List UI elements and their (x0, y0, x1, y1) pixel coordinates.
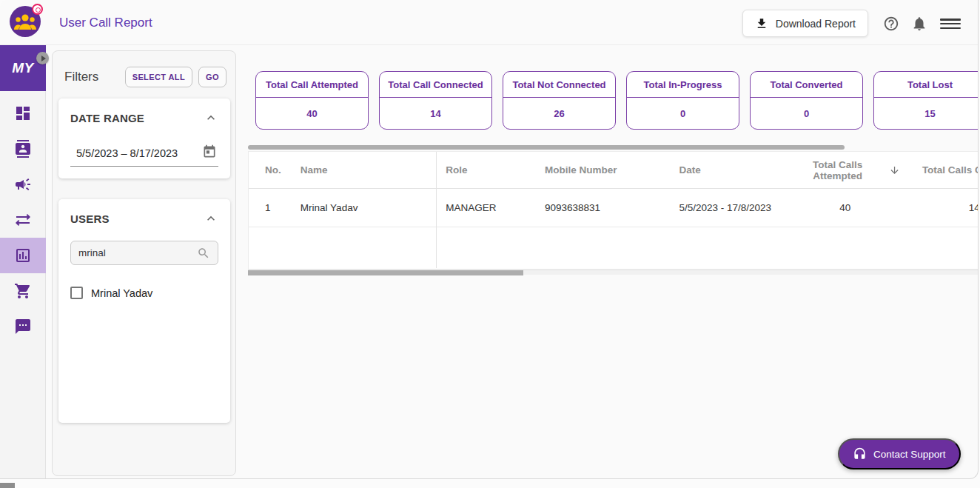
chevron-up-icon[interactable] (204, 110, 218, 125)
cell-date: 5/5/2023 - 17/8/2023 (670, 202, 790, 213)
scrollbar-thumb[interactable] (248, 270, 523, 275)
cell-role: MANAGER (435, 202, 545, 213)
col-header-name[interactable]: Name (301, 164, 435, 176)
card-label: Total Converted (751, 72, 862, 98)
summary-card-total-converted: Total Converted 0 (750, 71, 863, 130)
bar-chart-report-icon (14, 247, 32, 264)
col-header-role[interactable]: Role (435, 164, 545, 176)
users-search-input[interactable]: mrinal (70, 241, 218, 265)
contact-support-label: Contact Support (873, 449, 946, 460)
col-header-no[interactable]: No. (249, 164, 301, 176)
sort-descending-icon[interactable] (889, 164, 900, 176)
calendar-icon[interactable] (202, 144, 217, 159)
summary-card-total-call-connected: Total Call Connected 14 (379, 71, 492, 130)
date-range-label: DATE RANGE (70, 112, 204, 124)
cell-no: 1 (249, 202, 301, 213)
table-horizontal-scrollbar-bottom[interactable] (248, 270, 979, 275)
logo-badge-icon (32, 4, 43, 15)
summary-card-total-in-progress: Total In-Progress 0 (626, 71, 739, 130)
card-label: Total Call Connected (380, 72, 491, 98)
col-header-date[interactable]: Date (670, 164, 790, 176)
user-checkbox[interactable] (70, 287, 83, 299)
card-label: Total Call Attempted (256, 72, 368, 98)
card-label: Total Lost (874, 72, 979, 98)
headset-icon (853, 447, 867, 461)
cell-name: Mrinal Yadav (301, 202, 435, 213)
summary-card-total-lost: Total Lost 15 (873, 71, 979, 130)
cell-total-calls-attempted: 40 (790, 202, 901, 213)
shopping-cart-icon (14, 282, 32, 300)
dashboard-icon (14, 104, 32, 122)
sidebar-item-contacts[interactable] (0, 131, 46, 167)
download-report-label: Download Report (776, 18, 856, 30)
user-option-row[interactable]: Mrinal Yadav (70, 287, 218, 299)
menu-hamburger-icon[interactable] (940, 19, 961, 29)
sidebar-item-transfers[interactable] (0, 202, 46, 238)
date-range-value: 5/5/2023 – 8/17/2023 (76, 147, 202, 159)
page-title: User Call Report (59, 0, 152, 45)
date-range-input[interactable]: 5/5/2023 – 8/17/2023 (70, 144, 218, 167)
users-label: USERS (70, 213, 204, 225)
col-header-label: Total Calls Attempted (790, 159, 885, 181)
app-window: User Call Report Download Report MY (0, 0, 979, 479)
download-report-button[interactable]: Download Report (742, 10, 868, 37)
contacts-icon (14, 140, 32, 158)
go-button[interactable]: GO (198, 67, 226, 87)
summary-card-total-call-attempted: Total Call Attempted 40 (255, 71, 369, 130)
sidebar-item-campaigns[interactable] (0, 167, 46, 202)
cell-mobile-number: 9093638831 (545, 202, 671, 213)
sidebar-expand-button[interactable] (36, 52, 49, 64)
help-icon[interactable] (883, 16, 899, 32)
summary-cards-row: Total Call Attempted 40 Total Call Conne… (255, 71, 979, 130)
sidebar-item-dashboard[interactable] (0, 96, 46, 131)
user-option-label: Mrinal Yadav (91, 287, 152, 299)
page-horizontal-scrollbar[interactable] (0, 483, 15, 488)
download-icon (755, 17, 768, 30)
card-value: 26 (503, 98, 615, 129)
report-table: No. Name Role Mobile Number Date Total C… (248, 151, 979, 270)
swap-arrows-icon (14, 211, 32, 229)
table-header-row: No. Name Role Mobile Number Date Total C… (249, 152, 979, 189)
megaphone-icon (14, 176, 32, 193)
table-horizontal-scrollbar-top[interactable] (248, 145, 845, 150)
cell-total-calls-connected: 14 (901, 202, 979, 213)
chevron-up-icon[interactable] (204, 211, 218, 226)
sidebar-item-messages[interactable] (0, 309, 46, 344)
filters-panel: Filters SELECT ALL GO DATE RANGE 5/5/202… (52, 50, 236, 476)
sidebar-item-orders[interactable] (0, 273, 46, 309)
sidebar-nav (0, 96, 45, 344)
search-icon (197, 247, 210, 260)
card-label: Total In-Progress (627, 72, 739, 98)
card-value: 0 (751, 98, 862, 129)
card-value: 14 (380, 98, 491, 129)
card-value: 0 (627, 98, 739, 129)
users-card: USERS mrinal Mrinal Yadav (58, 199, 230, 423)
col-header-total-calls-attempted[interactable]: Total Calls Attempted (790, 159, 901, 181)
notifications-bell-icon[interactable] (911, 16, 927, 32)
col-header-mobile-number[interactable]: Mobile Number (545, 164, 671, 176)
card-value: 40 (256, 98, 368, 129)
users-search-value: mrinal (78, 247, 197, 258)
app-header: User Call Report Download Report (0, 0, 978, 45)
table-row[interactable]: 1 Mrinal Yadav MANAGER 9093638831 5/5/20… (249, 189, 979, 227)
filters-title: Filters (64, 70, 125, 84)
app-logo (10, 6, 41, 37)
date-range-card: DATE RANGE 5/5/2023 – 8/17/2023 (58, 98, 230, 178)
select-all-button[interactable]: SELECT ALL (125, 67, 192, 87)
card-label: Total Not Connected (503, 72, 615, 98)
contact-support-button[interactable]: Contact Support (838, 438, 961, 469)
col-header-total-calls-connected[interactable]: Total Calls Connected (901, 164, 979, 176)
summary-card-total-not-connected: Total Not Connected 26 (503, 71, 616, 130)
sidebar: MY (0, 45, 46, 479)
sidebar-item-reports[interactable] (0, 238, 46, 273)
chat-icon (14, 318, 32, 335)
fixed-column-divider (436, 152, 437, 268)
card-value: 15 (874, 98, 979, 129)
